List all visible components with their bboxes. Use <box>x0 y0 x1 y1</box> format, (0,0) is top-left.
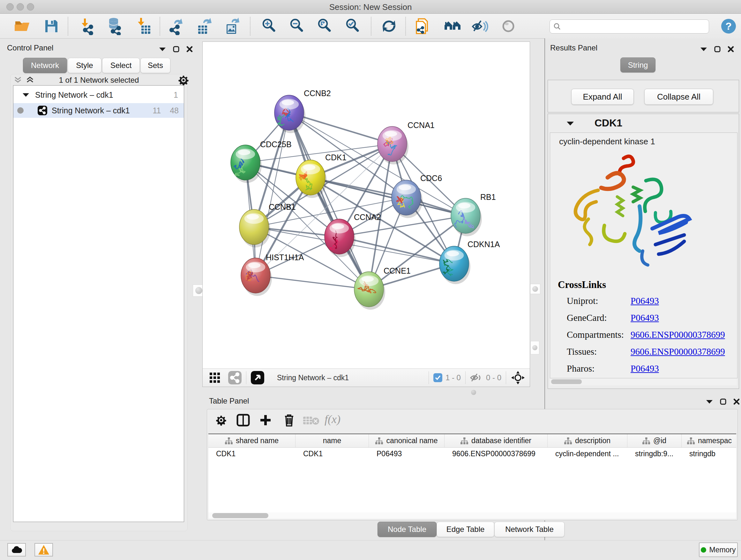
collection-expander-icon[interactable] <box>22 92 29 98</box>
show-columns-icon[interactable] <box>237 414 250 427</box>
node-label-CCNB2: CCNB2 <box>304 89 331 98</box>
tab-network[interactable]: Network <box>23 58 67 73</box>
table-cell: stringdb:9... <box>627 448 682 460</box>
crosslink-link[interactable]: P06493 <box>630 363 659 374</box>
tab-sets[interactable]: Sets <box>140 58 171 73</box>
network-list-view-icon[interactable] <box>228 371 242 384</box>
zoom-in-icon[interactable] <box>259 16 279 36</box>
node-CDKN1A[interactable]: CDKN1A <box>440 240 500 284</box>
tab-select[interactable]: Select <box>102 58 140 73</box>
hide-details-icon[interactable] <box>470 16 490 36</box>
hidden-eye-icon[interactable] <box>470 372 483 383</box>
splitter-toggle-right[interactable] <box>530 284 540 294</box>
table-hscrollbar-thumb[interactable] <box>212 513 268 518</box>
warning-status-button[interactable] <box>35 543 53 557</box>
node-label-CDC25B: CDC25B <box>260 140 292 149</box>
network-options-gear-icon[interactable] <box>178 74 189 86</box>
node-CCNB2[interactable]: CCNB2 <box>274 89 331 133</box>
node-HIST1H1A[interactable]: HIST1H1A <box>241 253 304 296</box>
open-session-icon[interactable] <box>12 16 32 36</box>
panel-menu-icon[interactable] <box>706 399 713 404</box>
save-session-icon[interactable] <box>42 16 61 36</box>
delete-table-icon[interactable] <box>303 416 320 425</box>
panel-close-icon[interactable] <box>728 46 734 52</box>
import-network-file-icon[interactable] <box>77 16 97 36</box>
collapse-all-button[interactable]: Collapse All <box>644 89 713 105</box>
zoom-out-icon[interactable] <box>287 16 307 36</box>
zoom-selected-icon[interactable] <box>343 16 363 36</box>
column-header-sharedname[interactable]: shared name <box>208 434 295 447</box>
home-neighbors-icon[interactable] <box>443 16 462 36</box>
edge-CCNB2-HIST1H1A[interactable] <box>256 113 289 275</box>
selected-checkbox-icon[interactable] <box>433 373 442 382</box>
table-cell: 9606.ENSP00000378699 <box>445 448 548 460</box>
panel-close-icon[interactable] <box>186 46 193 52</box>
tab-node-table[interactable]: Node Table <box>378 522 436 537</box>
panel-menu-icon[interactable] <box>700 47 707 51</box>
node-table[interactable]: shared namenamecanonical namedatabase id… <box>208 434 736 512</box>
grid-view-icon[interactable] <box>208 371 222 385</box>
panel-float-icon[interactable] <box>173 46 179 52</box>
network-row[interactable]: String Network – cdk1 11 48 <box>13 103 184 118</box>
panel-float-icon[interactable] <box>720 398 726 405</box>
tree-column-icon <box>564 437 572 444</box>
delete-column-icon[interactable] <box>283 413 295 427</box>
add-column-icon[interactable] <box>259 414 272 427</box>
crosslink-link[interactable]: P06493 <box>630 296 659 306</box>
export-image-icon[interactable] <box>222 16 242 36</box>
cloud-status-button[interactable] <box>7 543 26 557</box>
expand-all-button[interactable]: Expand All <box>571 89 634 105</box>
import-network-database-icon[interactable] <box>105 16 124 36</box>
edge-HIST1H1A-CCNE1[interactable] <box>256 275 369 289</box>
memory-button[interactable]: Memory <box>699 543 738 557</box>
birdseye-toggle-icon[interactable] <box>251 371 264 384</box>
table-hscrollbar[interactable] <box>208 512 736 519</box>
column-header-name[interactable]: name <box>295 434 369 447</box>
export-table-icon[interactable] <box>195 16 214 36</box>
network-collection-row[interactable]: String Network – cdk1 1 <box>13 87 184 102</box>
crosslink-link[interactable]: 9606.ENSP00000378699 <box>630 347 725 357</box>
help-icon[interactable]: ? <box>719 16 738 36</box>
panel-float-icon[interactable] <box>714 46 721 52</box>
protein-expander-icon[interactable] <box>566 121 574 126</box>
results-hscrollbar-thumb[interactable] <box>551 379 582 384</box>
zoom-fit-icon[interactable] <box>315 16 335 36</box>
column-header-databaseidentifier[interactable]: database identifier <box>445 434 548 447</box>
tab-edge-table[interactable]: Edge Table <box>436 522 494 537</box>
table-row[interactable]: CDK1CDK1P064939606.ENSP00000378699cyclin… <box>208 448 736 460</box>
toolbar-divider <box>405 17 406 36</box>
collection-count: 1 <box>174 90 178 100</box>
edge-CDK1-RB1[interactable] <box>311 178 466 216</box>
search-box[interactable] <box>549 19 709 34</box>
tab-style[interactable]: Style <box>68 58 102 73</box>
node-CCNE1[interactable]: CCNE1 <box>354 266 411 310</box>
panel-menu-icon[interactable] <box>159 47 166 51</box>
search-input[interactable] <box>561 22 700 31</box>
results-tab-string[interactable]: String <box>620 57 656 72</box>
edge-CCNB2-CCNE1[interactable] <box>289 113 369 289</box>
memory-label: Memory <box>709 546 736 554</box>
clone-network-icon[interactable] <box>413 16 433 36</box>
results-hscrollbar[interactable] <box>550 378 737 385</box>
table-options-gear-icon[interactable] <box>215 415 227 426</box>
import-table-file-icon[interactable] <box>133 16 153 36</box>
fit-content-crosshair-icon[interactable] <box>511 370 525 385</box>
network-canvas[interactable]: CCNB2CCNA1CDC25BCDK1CDC6RB1CCNB1CCNA2CDK… <box>203 42 530 368</box>
column-header-canonicalname[interactable]: canonical name <box>369 434 445 447</box>
export-network-icon[interactable] <box>167 16 187 36</box>
panel-close-icon[interactable] <box>733 398 740 405</box>
node-RB1[interactable]: RB1 <box>451 192 496 236</box>
crosslink-link[interactable]: 9606.ENSP00000378699 <box>630 329 725 340</box>
column-header-namespac[interactable]: namespac <box>682 434 736 447</box>
crosslink-link[interactable]: P06493 <box>630 313 659 323</box>
column-header-description[interactable]: description <box>548 434 627 447</box>
splitter-toggle-right-lower[interactable] <box>530 341 539 354</box>
tab-network-table[interactable]: Network Table <box>494 522 564 537</box>
node-CDC25B[interactable]: CDC25B <box>231 140 292 183</box>
refresh-view-icon[interactable] <box>379 16 399 36</box>
node-label-CCNA2: CCNA2 <box>354 212 381 222</box>
node-CCNB1[interactable]: CCNB1 <box>239 202 296 247</box>
column-header-id[interactable]: @id <box>627 434 682 447</box>
node-CDC6[interactable]: CDC6 <box>392 174 442 218</box>
show-details-icon[interactable] <box>498 16 518 36</box>
